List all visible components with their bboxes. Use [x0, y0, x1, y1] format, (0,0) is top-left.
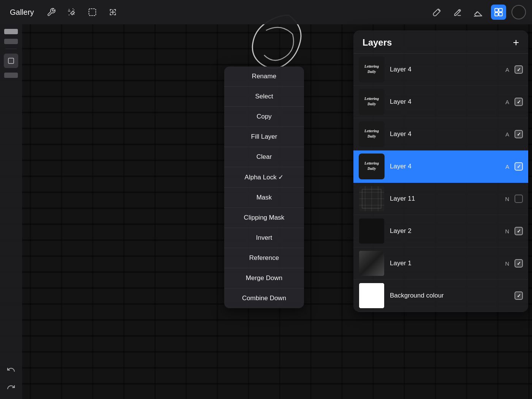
toolbar-left: Gallery	[6, 5, 120, 19]
layer-visibility-8[interactable]	[515, 291, 523, 300]
svg-text:Daily: Daily	[367, 134, 376, 138]
context-mask[interactable]: Mask	[224, 188, 304, 208]
layer-blend-2: A	[505, 99, 509, 105]
layer-name-5: Layer 11	[390, 195, 505, 203]
eraser-tool[interactable]	[470, 5, 486, 20]
gallery-button[interactable]: Gallery	[6, 6, 38, 19]
layer-name-2: Layer 4	[390, 98, 505, 106]
svg-rect-27	[359, 251, 384, 276]
svg-text:Daily: Daily	[367, 70, 376, 74]
layer-visibility-5[interactable]	[515, 195, 523, 203]
layer-visibility-6[interactable]	[515, 227, 523, 235]
layers-header: Layers +	[353, 30, 528, 54]
svg-text:Lettering: Lettering	[364, 97, 379, 101]
add-layer-button[interactable]: +	[513, 37, 519, 48]
layer-thumb-7	[359, 250, 385, 276]
layer-item-6[interactable]: Layer 2 N	[353, 215, 528, 247]
layer-visibility-2[interactable]	[515, 98, 523, 106]
brush-size-slider[interactable]	[4, 29, 18, 34]
left-sidebar	[0, 24, 22, 399]
layers-panel: Layers + Lettering Daily Layer 4 A Lette…	[353, 30, 528, 312]
layer-visibility-1[interactable]	[515, 65, 523, 74]
layer-thumb-3: Lettering Daily	[359, 121, 385, 147]
layer-blend-4: A	[505, 163, 509, 170]
layer-visibility-7[interactable]	[515, 259, 523, 268]
context-copy[interactable]: Copy	[224, 107, 304, 127]
layer-blend-1: A	[505, 66, 509, 73]
layer-name-3: Layer 4	[390, 130, 505, 138]
svg-rect-3	[499, 13, 502, 16]
layer-name-8: Background colour	[390, 292, 509, 299]
layer-item-5[interactable]: Layer 11 N	[353, 183, 528, 215]
layer-item-4[interactable]: Lettering Daily Layer 4 A	[353, 150, 528, 183]
context-clear[interactable]: Clear	[224, 147, 304, 167]
top-toolbar: Gallery	[0, 0, 532, 24]
layer-thumb-2: Lettering Daily	[359, 89, 385, 115]
svg-rect-1	[499, 8, 502, 12]
wrench-icon[interactable]	[44, 5, 58, 19]
svg-rect-28	[359, 283, 384, 308]
brush-opacity-slider[interactable]	[4, 39, 18, 44]
context-select[interactable]: Select	[224, 87, 304, 107]
context-merge-down[interactable]: Merge Down	[224, 268, 304, 288]
transform-icon[interactable]	[106, 5, 120, 19]
svg-rect-2	[495, 13, 498, 16]
layer-blend-7: N	[505, 260, 509, 267]
context-rename[interactable]: Rename	[224, 66, 304, 87]
context-reference[interactable]: Reference	[224, 248, 304, 268]
svg-text:Daily: Daily	[367, 166, 376, 171]
layer-blend-3: A	[505, 131, 509, 138]
toolbar-right	[429, 5, 526, 20]
layers-title: Layers	[363, 37, 392, 48]
layer-thumb-4: Lettering Daily	[359, 154, 385, 179]
layer-item-1[interactable]: Lettering Daily Layer 4 A	[353, 54, 528, 86]
sidebar-tool-2[interactable]	[4, 73, 18, 78]
svg-rect-25	[359, 218, 384, 244]
svg-rect-0	[495, 8, 498, 12]
context-invert[interactable]: Invert	[224, 228, 304, 248]
undo-button[interactable]	[4, 363, 18, 377]
sidebar-divider-1	[5, 49, 17, 49]
svg-text:Daily: Daily	[367, 102, 376, 106]
context-menu: Rename Select Copy Fill Layer Clear Alph…	[224, 66, 304, 308]
context-fill-layer[interactable]: Fill Layer	[224, 127, 304, 147]
layers-tool[interactable]	[491, 5, 506, 20]
layer-item-7[interactable]: Layer 1 N	[353, 247, 528, 280]
layer-thumb-8	[359, 283, 385, 309]
layer-blend-6: N	[505, 228, 509, 234]
layer-thumb-1: Lettering Daily	[359, 57, 385, 82]
brush-tool[interactable]	[429, 5, 445, 20]
layer-item-8[interactable]: Background colour	[353, 280, 528, 312]
layer-thumb-5	[359, 186, 385, 212]
layer-blend-5: N	[505, 196, 509, 202]
layer-visibility-4[interactable]	[515, 162, 523, 171]
layer-name-4: Layer 4	[390, 163, 505, 170]
layer-item-2[interactable]: Lettering Daily Layer 4 A	[353, 86, 528, 118]
layer-visibility-3[interactable]	[515, 130, 523, 138]
layer-thumb-6	[359, 218, 385, 244]
redo-button[interactable]	[4, 380, 18, 394]
color-picker[interactable]	[511, 5, 526, 19]
layer-name-6: Layer 2	[390, 227, 505, 235]
context-combine-down[interactable]: Combine Down	[224, 288, 304, 308]
svg-rect-4	[8, 58, 14, 63]
layer-name-1: Layer 4	[390, 66, 505, 73]
svg-text:Lettering: Lettering	[364, 129, 379, 133]
selection-icon[interactable]	[86, 5, 99, 19]
smudge-tool[interactable]	[450, 5, 465, 20]
svg-text:Lettering: Lettering	[364, 161, 379, 165]
context-alpha-lock[interactable]: Alpha Lock ✓	[224, 167, 304, 188]
context-clipping-mask[interactable]: Clipping Mask	[224, 208, 304, 228]
layer-name-7: Layer 1	[390, 260, 505, 267]
svg-text:Lettering: Lettering	[364, 64, 379, 68]
layer-item-3[interactable]: Lettering Daily Layer 4 A	[353, 118, 528, 150]
sidebar-square-tool[interactable]	[4, 54, 18, 68]
magic-wand-icon[interactable]	[65, 5, 79, 19]
